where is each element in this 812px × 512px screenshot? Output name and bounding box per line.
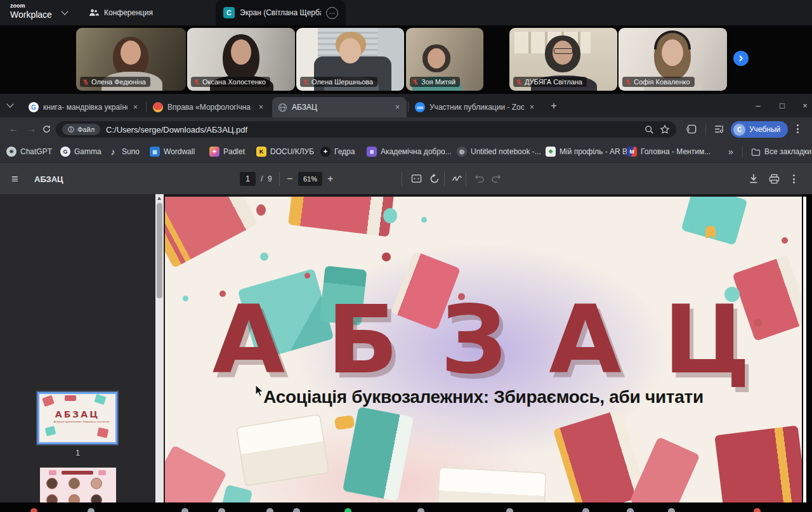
bookmark-padlet[interactable]: ✦ Padlet bbox=[209, 145, 245, 158]
toolbar-button-tip[interactable] bbox=[506, 508, 513, 512]
url-text: C:/Users/serge/Downloads/АБЗАЦ.pdf bbox=[106, 125, 639, 135]
toolbar-button-tip[interactable] bbox=[627, 508, 634, 512]
tab-close-icon[interactable]: × bbox=[528, 103, 535, 112]
fit-page-icon[interactable] bbox=[411, 174, 422, 183]
video-tile[interactable]: Олена Федюніна bbox=[76, 28, 186, 91]
zoom-in-button[interactable]: + bbox=[327, 163, 333, 195]
browser-tab-active[interactable]: АБЗАЦ × bbox=[272, 97, 407, 117]
thumb1-title: АБЗАЦ bbox=[39, 409, 115, 419]
forward-icon[interactable]: → bbox=[27, 123, 36, 134]
participant-name-badge: Зоя Митяй bbox=[410, 77, 460, 87]
browser-tab-1[interactable]: G книга- мандрівка україною за × bbox=[23, 97, 145, 117]
back-icon[interactable]: ← bbox=[9, 123, 18, 134]
participants-icon bbox=[89, 8, 99, 17]
reload-icon[interactable] bbox=[42, 124, 51, 134]
bookmark-gedra[interactable]: ✦ Гедра bbox=[320, 145, 355, 158]
folder-icon bbox=[751, 148, 761, 156]
bookmark-wordwall[interactable]: ▦ Wordwall bbox=[150, 145, 195, 158]
bookmark-mentimeter[interactable]: M Головна - Ментим... bbox=[627, 145, 710, 158]
toolbar-button-tip[interactable] bbox=[582, 508, 589, 512]
workspace-chevron-down-icon[interactable] bbox=[61, 8, 68, 15]
tab-close-icon[interactable]: × bbox=[394, 103, 401, 112]
zoom-out-button[interactable]: − bbox=[287, 163, 292, 195]
new-tab-button[interactable]: + bbox=[547, 99, 561, 113]
video-tile[interactable]: ДУБЯГА Світлана bbox=[509, 28, 617, 91]
window-minimize-button[interactable]: – bbox=[747, 94, 769, 117]
bookmark-suno[interactable]: ♪ Suno bbox=[108, 145, 140, 158]
undo-icon[interactable] bbox=[475, 174, 485, 183]
thumb1-subtitle: Асоціація буквозалежних: Збираємось, аби… bbox=[54, 421, 101, 423]
google-favicon: G bbox=[29, 102, 39, 112]
video-tile[interactable]: Софія Коваленко bbox=[619, 28, 727, 91]
pdf-vertical-scrollbar[interactable] bbox=[803, 197, 806, 512]
participant-name-badge: ДУБЯГА Світлана bbox=[513, 77, 587, 87]
pdf-thumbnail-1[interactable]: АБЗАЦ Асоціація буквозалежних: Збираємос… bbox=[37, 392, 117, 444]
window-maximize-button[interactable]: □ bbox=[771, 94, 793, 117]
browser-tab-4[interactable]: zm Участник публикации - Zoom × bbox=[409, 97, 541, 117]
video-tile[interactable]: Оксана Холостенко bbox=[187, 28, 295, 91]
zoom-tab-meeting[interactable]: Конференция bbox=[89, 0, 153, 25]
glasses bbox=[554, 48, 573, 54]
window-close-button[interactable]: × bbox=[794, 94, 812, 117]
bookmark-chatgpt[interactable]: ✳ ChatGPT bbox=[6, 145, 52, 158]
muted-mic-icon bbox=[303, 79, 309, 86]
participant-name-badge: Олена Федюніна bbox=[80, 77, 150, 87]
zoom-workplace-logo: zoom Workplace bbox=[10, 3, 52, 19]
share-button-tip[interactable] bbox=[344, 508, 351, 512]
mentimeter-favicon: M bbox=[627, 147, 637, 157]
bookmarks-overflow-chevron[interactable]: » bbox=[728, 145, 733, 158]
video-tile[interactable]: Зоя Митяй bbox=[406, 28, 483, 91]
tab-close-icon[interactable]: × bbox=[258, 103, 265, 112]
toolbar-button-tip[interactable] bbox=[668, 508, 675, 512]
tab-options-icon[interactable]: … bbox=[326, 7, 338, 19]
bookmark-gamma[interactable]: G Gamma bbox=[60, 145, 102, 158]
meeting-tab-label: Конференция bbox=[104, 8, 153, 17]
wordwall-favicon: ▦ bbox=[150, 147, 160, 157]
tab-close-icon[interactable]: × bbox=[132, 103, 139, 112]
toolbar-button-tip[interactable] bbox=[417, 508, 424, 512]
pdf-page-input[interactable]: 1 bbox=[240, 172, 256, 186]
next-participants-button[interactable] bbox=[733, 51, 749, 66]
download-icon[interactable] bbox=[749, 173, 759, 184]
scrollbar-thumb[interactable] bbox=[157, 203, 162, 298]
bookmark-notebook[interactable]: ◎ Untitled notebook -... bbox=[457, 145, 541, 158]
bookmarks-bar: ✳ ChatGPT G Gamma ♪ Suno ▦ Wordwall ✦ Pa… bbox=[0, 141, 812, 162]
pdf-page-view[interactable]: АБЗАЦ Асоціація буквозалежних: Збираємос… bbox=[164, 194, 802, 512]
zoom-tab-screen-share[interactable]: C Экран (Світлана Щербак) … bbox=[216, 0, 346, 25]
toolbar-button-tip[interactable] bbox=[218, 508, 225, 512]
browser-tab-2[interactable]: Вправа «Морфологічна розм × bbox=[147, 97, 270, 117]
browser-profile-chip[interactable]: C Учебный bbox=[731, 121, 788, 138]
tab-list-icon[interactable] bbox=[714, 124, 725, 134]
bookmark-star-icon[interactable] bbox=[660, 124, 670, 135]
all-bookmarks-button[interactable]: Все закладки bbox=[751, 145, 811, 158]
pdf-menu-kebab-icon[interactable] bbox=[793, 174, 795, 183]
browser-menu-kebab-icon[interactable] bbox=[797, 124, 799, 133]
zoom-favicon: zm bbox=[415, 102, 425, 112]
scroll-up-arrow-icon[interactable] bbox=[157, 197, 161, 200]
tab-search-chevron-icon[interactable] bbox=[6, 100, 13, 107]
bookmark-academic[interactable]: ≣ Академічна добро... bbox=[367, 145, 452, 158]
profile-avatar: C bbox=[733, 124, 745, 136]
address-bar[interactable]: Файл C:/Users/serge/Downloads/АБЗАЦ.pdf bbox=[56, 121, 676, 138]
slide-page-1: АБЗАЦ Асоціація буквозалежних: Збираємос… bbox=[165, 197, 802, 512]
video-tile[interactable]: Олена Шершньова bbox=[296, 28, 404, 91]
thumbnail-scrollbar[interactable] bbox=[155, 194, 164, 512]
zoom-titlebar: zoom Workplace Конференция C Экран (Світ… bbox=[0, 0, 812, 25]
pdf-sidebar-menu-icon[interactable]: ≡ bbox=[11, 163, 18, 195]
pdf-zoom-level[interactable]: 61% bbox=[298, 172, 322, 186]
toolbar-button-tip[interactable] bbox=[293, 508, 300, 512]
redo-icon[interactable] bbox=[491, 174, 501, 183]
search-icon[interactable] bbox=[645, 125, 654, 135]
leave-button-tip[interactable] bbox=[754, 508, 761, 512]
print-icon[interactable] bbox=[769, 174, 780, 184]
annotate-pen-icon[interactable] bbox=[452, 174, 462, 183]
chatgpt-favicon: ✳ bbox=[6, 147, 16, 157]
bookmark-docu-club[interactable]: K DOCU/КЛУБ bbox=[256, 145, 314, 158]
rotate-icon[interactable] bbox=[429, 173, 440, 184]
toolbar-button-tip[interactable] bbox=[266, 508, 273, 512]
toolbar-button-tip[interactable] bbox=[181, 508, 188, 512]
mic-button-tip[interactable] bbox=[30, 508, 37, 512]
video-button-tip[interactable] bbox=[88, 508, 95, 512]
extensions-icon[interactable] bbox=[686, 124, 697, 135]
bookmark-ar-profile[interactable]: ❖ Мій профіль - AR B... bbox=[546, 145, 634, 158]
